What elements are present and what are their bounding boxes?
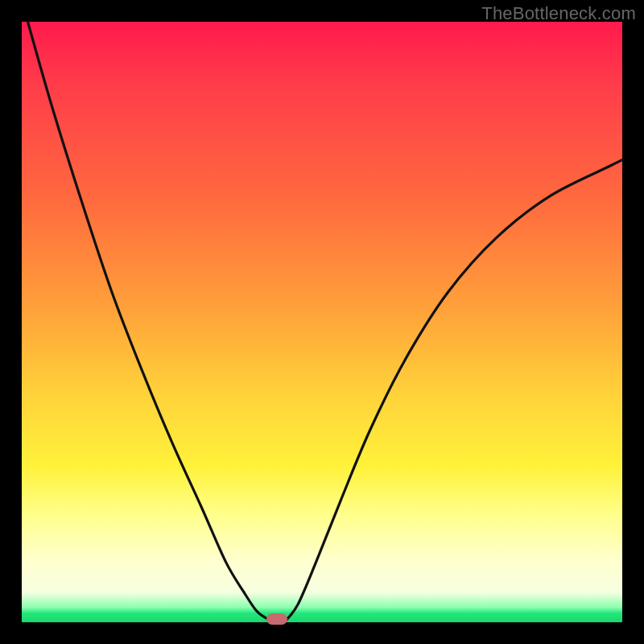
curve-svg xyxy=(22,22,622,622)
curve-left-branch xyxy=(27,22,270,621)
min-marker xyxy=(266,613,287,625)
plot-area xyxy=(22,22,622,622)
chart-frame: TheBottleneck.com xyxy=(0,0,644,644)
curve-right-branch xyxy=(286,160,622,621)
